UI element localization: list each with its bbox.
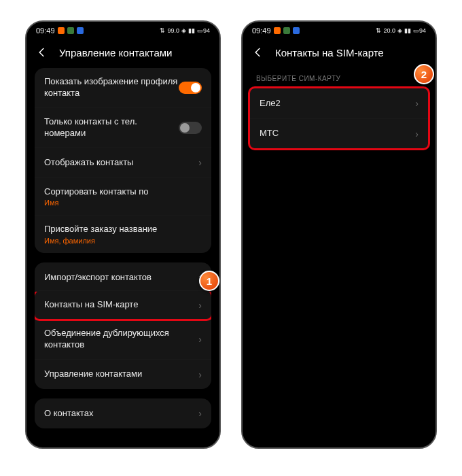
row-sort-contacts[interactable]: Сортировать контакты по Имя <box>35 177 211 216</box>
status-battery: ▭94 <box>413 27 426 34</box>
status-net-speed: 20.0 <box>383 27 395 34</box>
back-icon[interactable] <box>252 46 264 58</box>
chevron-right-icon: › <box>195 300 202 311</box>
sim-card-list: Еле2 › МТС › <box>248 86 430 150</box>
row-sim-contacts[interactable]: Контакты на SIM-карте › <box>35 290 211 321</box>
chevron-right-icon: › <box>412 129 419 139</box>
status-signal-icon: ▮▮ <box>404 27 411 34</box>
row-label: Объединение дублирующихся контактов <box>44 328 195 351</box>
toggle-show-picture[interactable] <box>179 82 202 94</box>
status-wifi-icon: ◈ <box>397 27 402 34</box>
row-merge-duplicates[interactable]: Объединение дублирующихся контактов › <box>35 319 211 359</box>
chevron-right-icon: › <box>195 334 202 345</box>
back-icon[interactable] <box>36 46 48 58</box>
chevron-right-icon: › <box>195 408 202 419</box>
chevron-right-icon: › <box>195 157 202 168</box>
settings-group-2: Импорт/экспорт контактов › Контакты на S… <box>35 262 211 389</box>
row-label: Присвойте заказу название <box>44 224 202 235</box>
row-only-phone[interactable]: Только контакты с тел. номерами <box>35 107 211 148</box>
row-label: Импорт/экспорт контактов <box>44 272 195 284</box>
header: Управление контактами <box>26 39 219 68</box>
settings-group-3: О контактах › <box>35 398 211 428</box>
row-sublabel: Имя <box>44 199 202 207</box>
phone-right: 09:49 ⇅ 20.0 ◈ ▮▮ ▭94 Контакты на SIM-ка… <box>241 20 437 449</box>
row-label: Отображать контакты <box>44 157 195 169</box>
sim-name: МТС <box>260 128 412 139</box>
status-bar: 09:49 ⇅ 99.0 ◈ ▮▮ ▭94 <box>26 22 219 39</box>
row-display-contacts[interactable]: Отображать контакты › <box>35 148 211 177</box>
status-bt-icon <box>77 27 84 34</box>
sim-name: Еле2 <box>260 98 412 109</box>
status-battery: ▭94 <box>197 27 210 34</box>
phone-left: 09:49 ⇅ 99.0 ◈ ▮▮ ▭94 Управление контакт… <box>25 20 221 449</box>
row-label: Контакты на SIM-карте <box>44 299 195 311</box>
page-title: Контакты на SIM-карте <box>275 47 384 58</box>
row-import-export[interactable]: Импорт/экспорт контактов › <box>35 262 211 292</box>
status-app-icon <box>274 27 281 34</box>
status-signal-icon: ▮▮ <box>188 27 195 34</box>
page-title: Управление контактами <box>59 47 172 58</box>
settings-group-1: Показать изображение профиля контакта То… <box>35 68 211 253</box>
row-sim-1[interactable]: Еле2 › <box>250 88 428 118</box>
section-label: ВЫБЕРИТЕ СИМ-КАРТУ <box>243 68 436 86</box>
row-label: Сортировать контакты по <box>44 186 202 198</box>
status-bt-icon <box>293 27 300 34</box>
row-sim-2[interactable]: МТС › <box>250 118 428 148</box>
row-manage-contacts[interactable]: Управление контактами › <box>35 359 211 389</box>
status-app-icon <box>283 27 290 34</box>
row-label: О контактах <box>44 408 195 420</box>
status-wifi-icon: ◈ <box>181 27 186 34</box>
row-label: Показать изображение профиля контакта <box>44 76 179 99</box>
status-app-icon <box>58 27 65 34</box>
row-label: Управление контактами <box>44 369 195 380</box>
header: Контакты на SIM-карте <box>243 39 436 68</box>
status-speed-icon: ⇅ <box>160 27 165 34</box>
row-about-contacts[interactable]: О контактах › <box>35 398 211 428</box>
status-time: 09:49 <box>36 27 55 35</box>
row-sublabel: Имя, фамилия <box>44 237 202 245</box>
status-app-icon <box>67 27 74 34</box>
toggle-only-phone[interactable] <box>179 122 202 134</box>
chevron-right-icon: › <box>412 98 419 109</box>
row-label: Только контакты с тел. номерами <box>44 116 179 139</box>
status-net-speed: 99.0 <box>167 27 179 34</box>
row-show-picture[interactable]: Показать изображение профиля контакта <box>35 68 211 107</box>
chevron-right-icon: › <box>195 369 202 380</box>
callout-badge-2: 2 <box>414 64 434 84</box>
status-speed-icon: ⇅ <box>376 27 381 34</box>
callout-badge-1: 1 <box>199 271 219 291</box>
status-bar: 09:49 ⇅ 20.0 ◈ ▮▮ ▭94 <box>243 22 436 39</box>
row-name-order[interactable]: Присвойте заказу название Имя, фамилия <box>35 215 211 253</box>
status-time: 09:49 <box>252 27 271 35</box>
